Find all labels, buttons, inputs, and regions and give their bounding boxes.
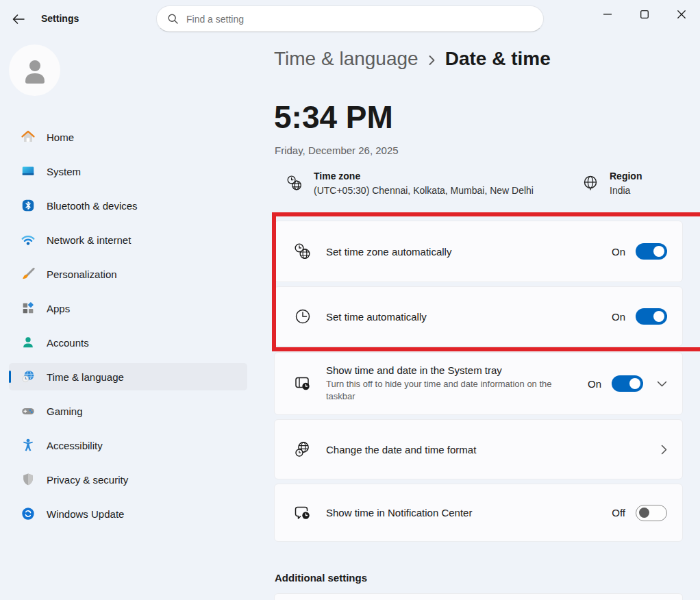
- accessibility-icon: [21, 438, 36, 453]
- card-set-time-automatically[interactable]: Set time automatically On: [274, 286, 683, 347]
- selected-accent-pill: [9, 371, 11, 383]
- search-icon: [168, 14, 178, 24]
- sidebar-item-accessibility[interactable]: Accessibility: [9, 432, 247, 459]
- sidebar-item-label: Accessibility: [47, 440, 103, 451]
- bluetooth-icon: [21, 198, 36, 213]
- globe-icon: [582, 174, 599, 192]
- toggle-state-label: On: [612, 246, 625, 258]
- sidebar-item-time-language[interactable]: Time & language: [9, 363, 247, 390]
- setting-title: Show time and date in the System tray: [326, 364, 588, 376]
- set-time-automatically-toggle[interactable]: [636, 308, 667, 325]
- sidebar-item-accounts[interactable]: Accounts: [9, 329, 247, 356]
- settings-cards: Set time zone automatically On Set time …: [274, 221, 683, 542]
- region-info: Region India: [582, 168, 642, 197]
- sidebar-item-personalization[interactable]: Personalization: [9, 260, 247, 288]
- sidebar-item-label: Windows Update: [47, 508, 124, 520]
- setting-title: Set time automatically: [326, 311, 612, 323]
- sidebar-item-network-internet[interactable]: Network & internet: [9, 226, 247, 253]
- back-arrow-icon: [12, 14, 25, 24]
- clock-globe-icon: [293, 242, 312, 261]
- back-button[interactable]: [8, 10, 29, 28]
- close-button[interactable]: [663, 0, 700, 29]
- app-title: Settings: [41, 13, 79, 24]
- apps-icon: [21, 301, 36, 316]
- sidebar-item-home[interactable]: Home: [9, 123, 247, 151]
- sidebar-item-gaming[interactable]: Gaming: [9, 397, 247, 425]
- notification-center-toggle[interactable]: [636, 505, 667, 521]
- section-heading: Additional settings: [275, 572, 367, 584]
- update-icon: [21, 506, 36, 521]
- globe-clock-icon: [21, 369, 36, 384]
- current-time: 5:34 PM: [274, 99, 393, 136]
- brush-icon: [21, 266, 36, 282]
- sidebar-item-label: Home: [47, 132, 74, 143]
- setting-title: Show time in Notification Center: [326, 507, 612, 518]
- search-placeholder: Find a setting: [186, 14, 244, 25]
- card-set-time-zone-automatically[interactable]: Set time zone automatically On: [274, 221, 683, 282]
- titlebar: Settings Find a setting: [0, 0, 700, 38]
- shield-icon: [21, 472, 36, 487]
- page-title: Date & time: [445, 48, 551, 70]
- clock-icon: [293, 307, 312, 326]
- gamepad-icon: [21, 403, 36, 418]
- maximize-icon: [640, 10, 649, 18]
- globe-clock-outline-icon: [293, 440, 312, 459]
- sidebar-item-bluetooth-devices[interactable]: Bluetooth & devices: [9, 192, 247, 219]
- timezone-value: (UTC+05:30) Chennai, Kolkata, Mumbai, Ne…: [314, 184, 534, 197]
- window-controls: [589, 0, 700, 32]
- sidebar-item-label: Bluetooth & devices: [47, 200, 138, 212]
- search-input[interactable]: Find a setting: [156, 5, 544, 32]
- sidebar-item-privacy-security[interactable]: Privacy & security: [9, 466, 247, 493]
- sidebar-item-label: Gaming: [47, 405, 83, 417]
- sidebar-item-label: Network & internet: [47, 234, 131, 246]
- set-time-zone-automatically-toggle[interactable]: [636, 243, 667, 260]
- notification-clock-icon: [293, 503, 312, 523]
- toggle-knob: [629, 378, 640, 389]
- sidebar-item-system[interactable]: System: [9, 158, 247, 185]
- sidebar-item-label: Apps: [47, 303, 70, 314]
- sidebar-item-label: Personalization: [47, 268, 117, 280]
- timezone-info: Time zone (UTC+05:30) Chennai, Kolkata, …: [286, 168, 534, 197]
- avatar[interactable]: [9, 45, 60, 96]
- toggle-knob: [639, 508, 649, 518]
- toggle-state-label: On: [612, 311, 625, 323]
- wifi-icon: [21, 232, 36, 247]
- timezone-title: Time zone: [314, 168, 534, 184]
- card-show-time-date-system-tray[interactable]: Show time and date in the System tray Tu…: [274, 352, 683, 415]
- breadcrumb-parent-link[interactable]: Time & language: [274, 48, 418, 70]
- info-row: Time zone (UTC+05:30) Chennai, Kolkata, …: [274, 168, 683, 203]
- chevron-right-icon: [428, 54, 436, 66]
- sidebar-item-label: Accounts: [47, 337, 89, 349]
- sidebar-nav: Home System Bluetooth & devices Network …: [9, 123, 247, 534]
- maximize-button[interactable]: [626, 0, 663, 29]
- setting-title: Change the date and time format: [326, 444, 653, 455]
- accounts-icon: [21, 335, 36, 350]
- system-tray-toggle[interactable]: [612, 375, 643, 392]
- close-icon: [677, 10, 686, 18]
- card-show-time-notification-center[interactable]: Show time in Notification Center Off: [274, 484, 683, 542]
- card-change-date-time-format[interactable]: Change the date and time format: [274, 419, 683, 479]
- sidebar-item-windows-update[interactable]: Windows Update: [9, 500, 247, 527]
- toggle-state-label: Off: [612, 507, 625, 518]
- home-icon: [21, 129, 36, 145]
- chevron-down-icon[interactable]: [657, 381, 667, 387]
- toggle-knob: [653, 311, 664, 322]
- toggle-knob: [653, 246, 664, 257]
- breadcrumb: Time & language Date & time: [274, 48, 551, 70]
- sidebar-item-label: System: [47, 166, 81, 177]
- sidebar-item-label: Privacy & security: [47, 474, 128, 486]
- tray-clock-icon: [293, 374, 312, 393]
- minimize-button[interactable]: [589, 0, 626, 29]
- minimize-icon: [603, 14, 612, 15]
- person-icon: [22, 57, 48, 84]
- setting-title: Set time zone automatically: [326, 246, 612, 258]
- clock-globe-icon: [286, 174, 303, 192]
- sidebar-item-apps[interactable]: Apps: [9, 295, 247, 322]
- current-date: Friday, December 26, 2025: [275, 145, 399, 156]
- additional-settings-card[interactable]: [274, 593, 683, 600]
- setting-subtitle: Turn this off to hide your time and date…: [326, 378, 552, 403]
- system-icon: [21, 164, 36, 179]
- chevron-right-icon: [661, 445, 667, 455]
- sidebar-item-label: Time & language: [47, 371, 124, 383]
- toggle-state-label: On: [588, 378, 601, 390]
